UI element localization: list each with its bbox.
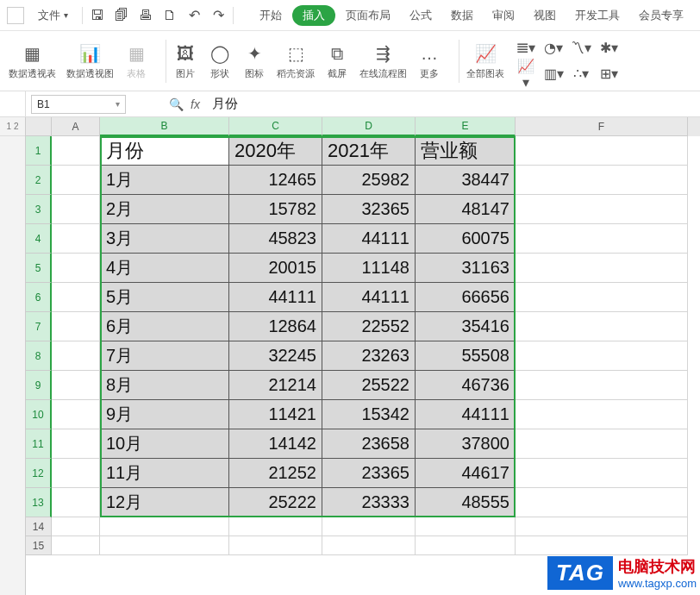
cell[interactable] bbox=[52, 371, 100, 400]
row-header[interactable]: 13 bbox=[26, 488, 52, 517]
cell[interactable]: 48147 bbox=[416, 195, 516, 224]
cell[interactable] bbox=[516, 459, 688, 488]
print-icon[interactable]: 🖶 bbox=[138, 8, 153, 23]
column-chart-icon[interactable]: ▥▾ bbox=[542, 66, 565, 82]
cell[interactable]: 20015 bbox=[229, 254, 322, 283]
row-header[interactable]: 3 bbox=[26, 195, 52, 224]
menu-tab-7[interactable]: 开发工具 bbox=[566, 4, 628, 27]
cell[interactable] bbox=[52, 312, 100, 341]
cell[interactable]: 15782 bbox=[229, 195, 322, 224]
radar-chart-icon[interactable]: ✱▾ bbox=[597, 40, 620, 56]
cell[interactable] bbox=[516, 166, 688, 195]
cell[interactable]: 2月 bbox=[100, 195, 229, 224]
cell[interactable] bbox=[229, 536, 322, 555]
row-header[interactable]: 15 bbox=[26, 536, 52, 555]
pie-chart-icon[interactable]: ◔▾ bbox=[542, 40, 565, 56]
cell[interactable]: 9月 bbox=[100, 400, 229, 429]
ribbon-pivot-chart[interactable]: 📊数据透视图 bbox=[66, 41, 114, 80]
cell[interactable] bbox=[52, 254, 100, 283]
col-header-E[interactable]: E bbox=[416, 117, 516, 136]
ribbon-flowchart[interactable]: ⇶在线流程图 bbox=[359, 41, 407, 80]
menu-tab-0[interactable]: 开始 bbox=[251, 4, 291, 27]
cell[interactable]: 11月 bbox=[100, 459, 229, 488]
cell[interactable] bbox=[322, 536, 416, 555]
preview-icon[interactable]: 🗋 bbox=[162, 8, 178, 23]
row-header[interactable]: 6 bbox=[26, 283, 52, 312]
cell[interactable] bbox=[229, 517, 322, 536]
cell[interactable] bbox=[516, 371, 688, 400]
cell[interactable] bbox=[52, 341, 100, 371]
col-header-F[interactable]: F bbox=[516, 117, 688, 136]
cell[interactable] bbox=[52, 517, 100, 536]
cell[interactable] bbox=[322, 517, 416, 536]
menu-tab-3[interactable]: 公式 bbox=[401, 4, 441, 27]
cell[interactable]: 6月 bbox=[100, 312, 229, 341]
cell[interactable]: 23365 bbox=[322, 459, 416, 488]
cell[interactable]: 2021年 bbox=[322, 136, 416, 166]
ribbon-more[interactable]: …更多 bbox=[417, 41, 441, 80]
cell[interactable]: 营业额 bbox=[416, 136, 516, 166]
ribbon-screenshot[interactable]: ⧉截屏 bbox=[325, 41, 349, 80]
cell[interactable]: 月份 bbox=[100, 136, 229, 166]
cell[interactable]: 32365 bbox=[322, 195, 416, 224]
cell[interactable]: 66656 bbox=[416, 283, 516, 312]
cell[interactable] bbox=[516, 429, 688, 459]
cell[interactable] bbox=[516, 224, 688, 254]
cell[interactable]: 11421 bbox=[229, 400, 322, 429]
undo-icon[interactable]: ↶ bbox=[186, 7, 202, 23]
saveas-icon[interactable]: 🗐 bbox=[114, 8, 129, 23]
row-header[interactable]: 11 bbox=[26, 429, 52, 459]
line-chart-icon[interactable]: 📈▾ bbox=[515, 58, 537, 91]
grid[interactable]: A B C D E F 1月份2020年2021年营业额21月124652598… bbox=[26, 117, 700, 595]
cell[interactable] bbox=[52, 195, 100, 224]
cell[interactable]: 23263 bbox=[322, 341, 416, 371]
cell[interactable] bbox=[516, 136, 688, 166]
cell[interactable]: 37800 bbox=[416, 429, 516, 459]
cell[interactable] bbox=[516, 488, 688, 517]
col-header-C[interactable]: C bbox=[229, 117, 322, 136]
cell[interactable] bbox=[52, 429, 100, 459]
cell[interactable] bbox=[516, 283, 688, 312]
select-all-corner[interactable] bbox=[26, 117, 52, 136]
row-header[interactable]: 9 bbox=[26, 371, 52, 400]
col-header-D[interactable]: D bbox=[322, 117, 416, 136]
cell[interactable] bbox=[516, 517, 688, 536]
area-chart-icon[interactable]: 〽▾ bbox=[570, 40, 592, 56]
ribbon-table[interactable]: ▦表格 bbox=[124, 41, 148, 80]
cell[interactable] bbox=[52, 166, 100, 195]
cell[interactable]: 12月 bbox=[100, 488, 229, 517]
ribbon-shapes[interactable]: ◯形状 bbox=[208, 41, 232, 80]
cell[interactable]: 10月 bbox=[100, 429, 229, 459]
menu-tab-6[interactable]: 视图 bbox=[525, 4, 565, 27]
cell[interactable]: 2020年 bbox=[229, 136, 322, 166]
row-header[interactable]: 1 bbox=[26, 136, 52, 166]
cell[interactable]: 45823 bbox=[229, 224, 322, 254]
row-header[interactable]: 10 bbox=[26, 400, 52, 429]
cell[interactable] bbox=[516, 195, 688, 224]
ribbon-pivot-table[interactable]: ▦数据透视表 bbox=[9, 41, 56, 80]
cell[interactable]: 23333 bbox=[322, 488, 416, 517]
cell[interactable]: 4月 bbox=[100, 254, 229, 283]
cell[interactable] bbox=[516, 341, 688, 371]
cell[interactable]: 46736 bbox=[416, 371, 516, 400]
cell[interactable]: 44617 bbox=[416, 459, 516, 488]
row-header[interactable]: 5 bbox=[26, 254, 52, 283]
cell[interactable]: 44111 bbox=[416, 400, 516, 429]
cell[interactable]: 8月 bbox=[100, 371, 229, 400]
cell[interactable] bbox=[52, 224, 100, 254]
cell[interactable]: 25222 bbox=[229, 488, 322, 517]
col-header-A[interactable]: A bbox=[52, 117, 100, 136]
file-menu-button[interactable]: 文件 bbox=[31, 4, 75, 27]
menu-tab-4[interactable]: 数据 bbox=[442, 4, 482, 27]
redo-icon[interactable]: ↷ bbox=[210, 7, 226, 23]
cell[interactable]: 1月 bbox=[100, 166, 229, 195]
cell[interactable] bbox=[516, 400, 688, 429]
cell[interactable]: 12465 bbox=[229, 166, 322, 195]
cell[interactable]: 38447 bbox=[416, 166, 516, 195]
ribbon-picture[interactable]: 🖼图片 bbox=[173, 41, 197, 80]
cell[interactable]: 11148 bbox=[322, 254, 416, 283]
row-header[interactable]: 2 bbox=[26, 166, 52, 195]
cell[interactable] bbox=[52, 459, 100, 488]
cell[interactable]: 25522 bbox=[322, 371, 416, 400]
cell[interactable] bbox=[416, 517, 516, 536]
